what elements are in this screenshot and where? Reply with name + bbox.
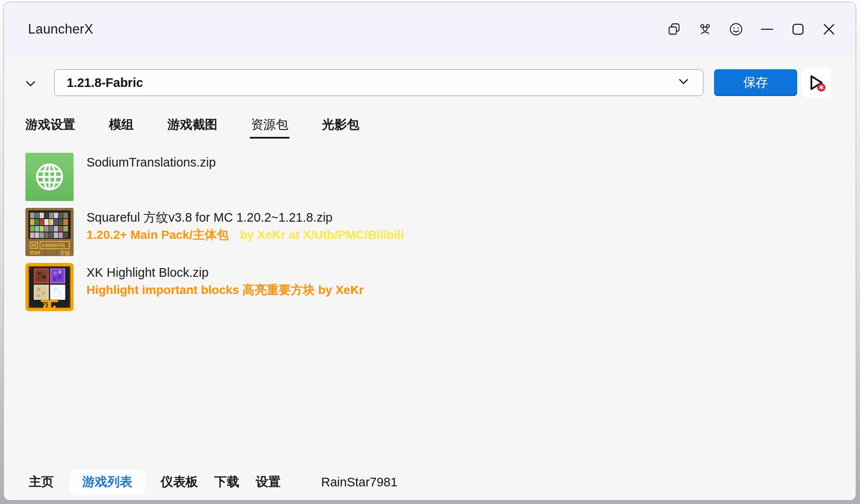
- launcherx-window: LauncherX: [3, 2, 856, 501]
- nav-downloads[interactable]: 下载: [213, 473, 240, 491]
- people-icon[interactable]: [696, 21, 714, 38]
- bottom-nav: 主页 游戏列表 仪表板 下载 设置 RainStar7981: [4, 464, 856, 500]
- chevron-down-icon: [676, 77, 691, 88]
- pack-subtitle: Highlight important blocks 高亮重要方块 by XeK…: [87, 282, 364, 298]
- pack-row-sodium-translations[interactable]: SodiumTranslations.zip: [25, 153, 856, 201]
- titlebar-controls: [665, 21, 838, 38]
- pack-subtitle-main: Highlight important blocks 高亮重要方块 by XeK…: [87, 283, 364, 297]
- pack-subtitle-author: by XeKr at X/Utb/PMC/Bilibili: [240, 228, 404, 241]
- pack-title: SodiumTranslations.zip: [87, 155, 216, 170]
- pack-title: XK Highlight Block.zip: [87, 265, 364, 281]
- launch-new-instance-button[interactable]: [802, 68, 831, 98]
- emoji-icon[interactable]: [727, 21, 745, 38]
- xk-highlight-pack-icon: [25, 263, 74, 311]
- resource-pack-list: SodiumTranslations.zip: [4, 153, 856, 311]
- tab-screenshots[interactable]: 游戏截图: [167, 117, 217, 132]
- pack-row-xk-highlight[interactable]: XK Highlight Block.zip Highlight importa…: [25, 263, 856, 311]
- pack-subtitle-main: 1.20.2+ Main Pack/主体包: [87, 228, 229, 241]
- svg-text:XEKR: XEKR: [30, 250, 40, 255]
- squareful-pack-icon: SQUAREFUL XEKR 方纹: [25, 208, 74, 256]
- pack-title: Squareful 方纹v3.8 for MC 1.20.2~1.21.8.zi…: [87, 210, 404, 226]
- nav-account[interactable]: RainStar7981: [320, 475, 398, 489]
- version-selector[interactable]: 1.21.8-Fabric: [54, 69, 703, 96]
- tab-resource-packs[interactable]: 资源包: [251, 117, 288, 132]
- close-icon[interactable]: [820, 21, 838, 38]
- collapse-chevron-icon[interactable]: [20, 75, 39, 93]
- globe-pack-icon: [25, 153, 74, 201]
- pack-row-squareful[interactable]: SQUAREFUL XEKR 方纹 Squareful 方纹v3.8 for M…: [25, 208, 856, 256]
- tab-mods[interactable]: 模组: [109, 117, 134, 132]
- toolbar: 1.21.8-Fabric 保存: [4, 69, 856, 99]
- instance-tabs: 游戏设置 模组 游戏截图 资源包 光影包: [4, 117, 856, 132]
- titlebar: LauncherX: [4, 2, 856, 56]
- svg-text:SQUAREFUL: SQUAREFUL: [42, 243, 66, 248]
- version-selector-value: 1.21.8-Fabric: [67, 76, 676, 90]
- pack-subtitle: 1.20.2+ Main Pack/主体包by XeKr at X/Utb/PM…: [87, 227, 404, 243]
- maximize-icon[interactable]: [789, 21, 807, 38]
- app-title: LauncherX: [28, 22, 93, 37]
- copy-icon[interactable]: [665, 21, 683, 38]
- save-button[interactable]: 保存: [714, 69, 797, 96]
- nav-home[interactable]: 主页: [28, 473, 55, 491]
- nav-game-list[interactable]: 游戏列表: [69, 469, 145, 495]
- tab-shader-packs[interactable]: 光影包: [322, 117, 359, 132]
- play-add-icon: [807, 73, 826, 93]
- svg-text:方纹: 方纹: [59, 250, 70, 256]
- minimize-icon[interactable]: [758, 21, 776, 38]
- nav-dashboard[interactable]: 仪表板: [160, 473, 199, 491]
- nav-settings[interactable]: 设置: [255, 473, 282, 491]
- tab-game-settings[interactable]: 游戏设置: [25, 117, 75, 132]
